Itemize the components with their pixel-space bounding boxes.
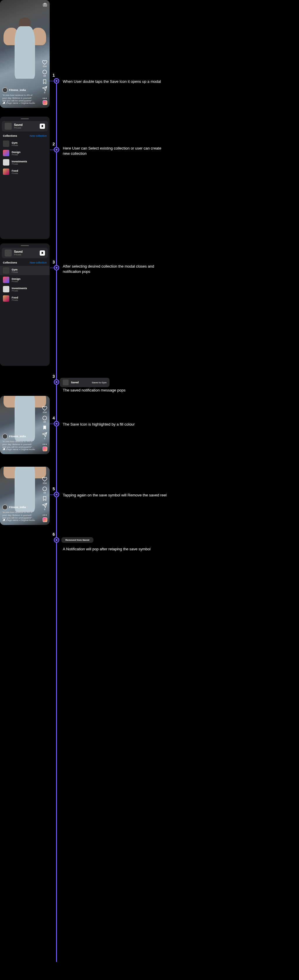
audio-thumb[interactable] [43,100,47,105]
collection-thumb [3,295,10,302]
profile-row[interactable]: Fitness_india [2,434,26,439]
collection-item-food[interactable]: FoodPrivate [0,294,50,303]
collections-label: Collections [3,134,17,137]
timeline-node-3b [54,379,59,385]
timeline-node-2 [54,147,59,153]
audio-row[interactable]: Page name • Original Audio [2,519,35,522]
phone-screen-1: 234 45 5 Fitness_india "A one-hour worko… [0,0,50,108]
svg-rect-0 [43,4,47,6]
save-button-outline[interactable] [42,496,47,501]
svg-point-3 [43,98,43,99]
comment-count: 45 [42,421,47,423]
collection-thumb [3,150,10,156]
svg-point-11 [46,444,47,445]
save-button[interactable] [42,79,47,84]
profile-row[interactable]: Fitness_india [2,504,26,510]
svg-point-9 [43,444,43,445]
saved-header[interactable]: Saved Private [2,248,48,258]
audio-label: Page name • Original Audio [6,448,35,451]
step-caption-1: When User double taps the Save Icon it o… [63,79,161,84]
step-number-5: 5 [53,487,55,491]
new-collection-link[interactable]: New collection [30,261,47,264]
collection-name: Food [12,169,18,172]
collection-item-investments[interactable]: InvestmentsPrivate [0,285,50,294]
avatar [2,88,8,93]
comment-button[interactable]: 45 [42,486,47,494]
collection-name: Design [12,277,21,280]
collection-sub: Private [12,299,18,301]
saved-thumb [5,123,12,130]
step-caption-3: After selecting desired collection the m… [63,264,168,274]
audio-row[interactable]: Page name • Original Audio [2,448,35,451]
collection-name: Investments [12,160,27,163]
svg-point-10 [45,444,45,445]
modal-handle[interactable] [21,245,29,246]
save-modal-1: Saved Private Collections New collection… [0,116,50,239]
share-button[interactable]: 5 [42,503,47,511]
audio-label: Page name • Original Audio [6,102,35,104]
step-caption-5: Tapping again on the save symbol will Re… [63,493,167,498]
audio-thumb[interactable] [43,447,47,451]
saved-header[interactable]: Saved Private [2,121,48,132]
collection-sub: Private [12,163,27,165]
like-count: 234 [42,482,47,484]
timeline-node-5 [54,492,59,497]
comment-count: 45 [42,492,47,494]
svg-point-6 [3,103,3,104]
svg-point-8 [43,416,47,420]
toast-thumb [63,380,69,385]
removed-toast[interactable]: Removed from Saved [61,537,93,543]
collection-item-design[interactable]: DesignPrivate [0,148,50,158]
camera-icon[interactable] [43,2,47,7]
svg-point-18 [3,520,3,521]
saved-toast[interactable]: Saved Saved to Gym [60,378,109,387]
more-button[interactable] [42,442,47,447]
like-count: 234 [42,411,47,414]
modal-handle[interactable] [21,118,29,119]
timeline-node-3 [54,265,59,270]
share-button[interactable]: 5 [42,86,47,94]
svg-point-19 [4,520,5,521]
audio-label: Page name • Original Audio [6,519,35,522]
save-button-filled[interactable] [42,425,47,430]
step-caption-4: The Save Icon is highlighted by a fill c… [63,422,134,427]
step-number-3: 3 [53,260,55,264]
comment-button[interactable]: 45 [42,415,47,423]
collection-item-gym[interactable]: GymPrivate [0,139,50,148]
collections-label: Collections [3,261,17,264]
svg-point-1 [45,4,46,6]
like-button[interactable]: 234 [42,60,47,68]
music-icon [2,448,5,451]
audio-row[interactable]: Page name • Original Audio [2,102,35,104]
collection-thumb [3,286,10,293]
collection-sub: Private [12,144,18,146]
bookmark-badge-icon [40,124,45,129]
comment-button[interactable]: 45 [42,69,47,77]
svg-point-17 [46,515,47,515]
phone-screen-4: 234 45 5 Fitness_india "A one-hour worko… [0,396,50,454]
avatar [2,434,8,439]
timeline-line [56,79,57,962]
svg-point-5 [46,98,47,99]
audio-thumb[interactable] [43,517,47,522]
collection-item-design[interactable]: DesignPrivate [0,275,50,285]
username: Fitness_india [9,89,26,92]
share-button[interactable]: 5 [42,432,47,440]
collection-thumb [3,277,10,283]
collection-thumb [3,159,10,165]
collection-name: Design [12,151,21,154]
username: Fitness_india [9,435,26,438]
step-number-1: 1 [53,73,55,78]
like-button[interactable]: 234 [42,477,47,484]
saved-title: Saved [14,123,22,127]
more-button[interactable] [42,512,47,518]
collection-item-gym-selected[interactable]: GymPrivate [0,266,50,275]
svg-point-7 [4,103,5,104]
profile-row[interactable]: Fitness_india [2,88,26,93]
avatar [2,504,8,510]
collection-item-investments[interactable]: InvestmentsPrivate [0,158,50,167]
new-collection-link[interactable]: New collection [30,134,47,137]
save-modal-2: Saved Private Collections New collection… [0,243,50,366]
collection-item-food[interactable]: FoodPrivate [0,167,50,177]
like-button[interactable]: 234 [42,406,47,414]
